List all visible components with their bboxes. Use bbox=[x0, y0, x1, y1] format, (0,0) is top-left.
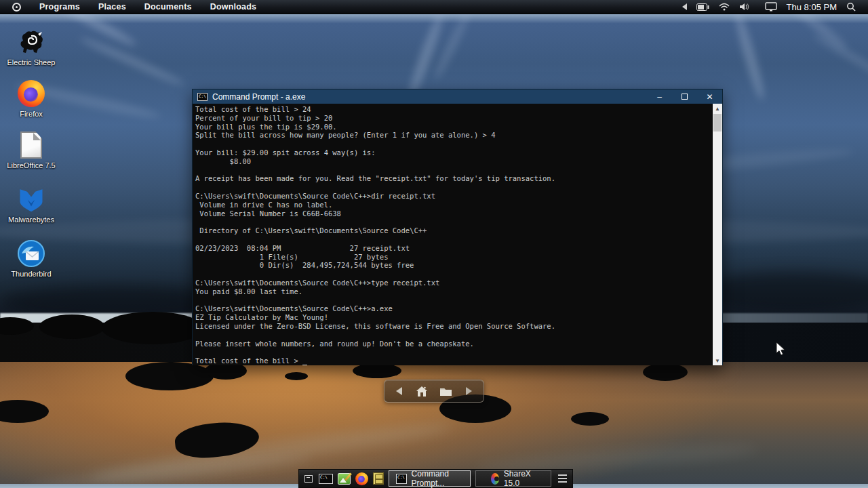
window-titlebar[interactable]: Command Prompt - a.exe – ✕ bbox=[193, 89, 722, 104]
rock bbox=[125, 362, 214, 390]
firefox-icon bbox=[18, 80, 45, 107]
task-sharex[interactable]: ShareX 15.0 bbox=[475, 470, 551, 487]
command-prompt-icon bbox=[197, 93, 208, 101]
desktop-icon-label: Malwarebytes bbox=[0, 216, 62, 224]
task-label: ShareX 15.0 bbox=[504, 469, 536, 488]
rock bbox=[353, 363, 401, 378]
maximize-button[interactable] bbox=[672, 89, 697, 104]
top-panel: Programs Places Documents Downloads Thu … bbox=[0, 0, 868, 14]
folder-button[interactable] bbox=[439, 386, 452, 396]
terminal-area[interactable]: Total cost of the bill > 24 Percent of y… bbox=[193, 104, 722, 365]
menu-documents[interactable]: Documents bbox=[144, 2, 192, 12]
wifi-icon[interactable] bbox=[719, 3, 730, 11]
image-editor-launcher[interactable] bbox=[338, 471, 351, 486]
file-cabinet-launcher[interactable] bbox=[373, 471, 384, 486]
desktop-icon-label: Firefox bbox=[0, 110, 62, 118]
scrollbar-down-icon[interactable]: ▼ bbox=[713, 356, 722, 365]
desktop-icon-electric-sheep[interactable]: Electric Sheep bbox=[0, 30, 62, 66]
desktop-icon-libreoffice[interactable]: LibreOffice 7.5 bbox=[0, 131, 62, 169]
task-label: Command Prompt... bbox=[412, 469, 463, 488]
terminal-scrollbar[interactable]: ▲ ▼ bbox=[713, 104, 722, 365]
desktop-icon-malwarebytes[interactable]: Malwarebytes bbox=[0, 186, 62, 224]
taskbar-menu-icon[interactable] bbox=[557, 471, 568, 486]
navigation-dock bbox=[384, 380, 484, 403]
panel-collapse-icon[interactable] bbox=[682, 3, 687, 10]
file-cabinet-icon bbox=[373, 472, 384, 485]
command-prompt-window: Command Prompt - a.exe – ✕ Total cost of… bbox=[192, 89, 723, 365]
maximize-icon bbox=[682, 94, 688, 100]
show-desktop-button[interactable] bbox=[303, 471, 314, 486]
sharex-icon bbox=[491, 473, 499, 485]
menu-programs[interactable]: Programs bbox=[39, 2, 80, 12]
rock bbox=[643, 363, 688, 381]
home-button[interactable] bbox=[416, 386, 428, 397]
volume-icon[interactable] bbox=[739, 3, 750, 11]
libreoffice-icon bbox=[20, 131, 42, 159]
desktop-icon-label: LibreOffice 7.5 bbox=[0, 161, 62, 169]
electric-sheep-icon bbox=[18, 30, 45, 56]
scrollbar-up-icon[interactable]: ▲ bbox=[713, 104, 722, 113]
thunderbird-icon bbox=[18, 240, 45, 267]
rock bbox=[285, 372, 308, 380]
firefox-icon bbox=[355, 472, 368, 485]
image-editor-icon bbox=[338, 473, 351, 485]
desktop-icon-label: Electric Sheep bbox=[0, 58, 62, 66]
task-command-prompt[interactable]: Command Prompt... bbox=[389, 470, 471, 487]
show-desktop-icon bbox=[304, 475, 313, 483]
taskbar: Command Prompt... ShareX 15.0 bbox=[298, 469, 573, 488]
desktop-icon-firefox[interactable]: Firefox bbox=[0, 80, 62, 118]
terminal-icon bbox=[319, 474, 333, 484]
search-icon[interactable] bbox=[846, 2, 856, 12]
desktop-icon-thunderbird[interactable]: Thunderbird bbox=[0, 240, 62, 278]
window-title: Command Prompt - a.exe bbox=[212, 92, 305, 102]
desktop-icon-label: Thunderbird bbox=[0, 270, 62, 278]
terminal-cursor bbox=[302, 365, 307, 365]
close-button[interactable]: ✕ bbox=[697, 89, 722, 104]
menu-downloads[interactable]: Downloads bbox=[210, 2, 256, 12]
back-button[interactable] bbox=[394, 386, 405, 396]
terminal-launcher[interactable] bbox=[319, 471, 333, 486]
terminal-text: Total cost of the bill > 24 Percent of y… bbox=[193, 104, 722, 365]
display-icon[interactable] bbox=[765, 2, 777, 12]
firefox-launcher[interactable] bbox=[355, 471, 368, 486]
scrollbar-thumb[interactable] bbox=[713, 114, 722, 131]
menu-places[interactable]: Places bbox=[98, 2, 126, 12]
rock bbox=[571, 412, 609, 426]
panel-clock[interactable]: Thu 8:05 PM bbox=[787, 2, 837, 12]
malwarebytes-icon bbox=[17, 186, 45, 213]
mouse-cursor bbox=[776, 342, 785, 356]
minimize-button[interactable]: – bbox=[647, 89, 672, 104]
battery-icon[interactable] bbox=[696, 3, 709, 11]
distro-logo-icon[interactable] bbox=[12, 3, 21, 12]
terminal-icon bbox=[396, 474, 406, 484]
forward-button[interactable] bbox=[463, 386, 474, 396]
